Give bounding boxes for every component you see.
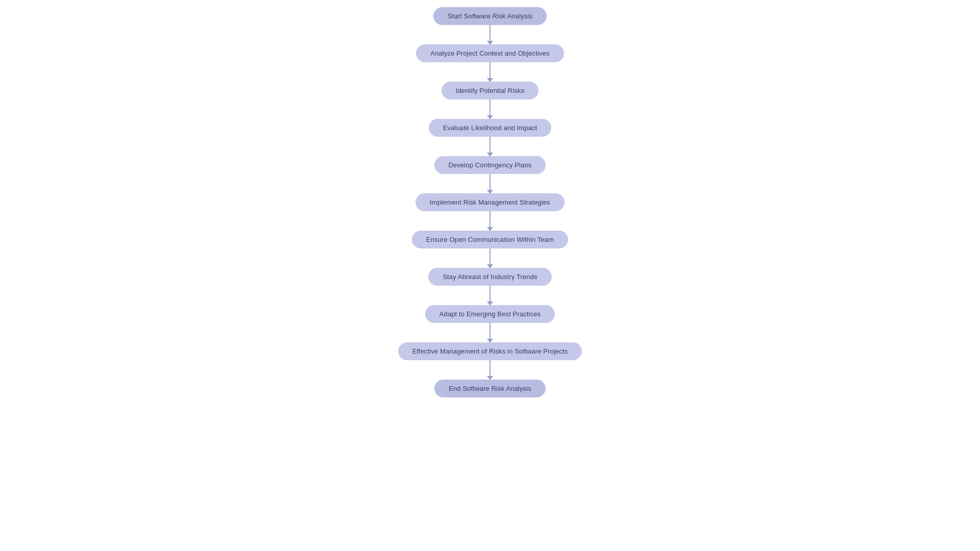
connector-0 — [489, 25, 491, 44]
connector-3 — [489, 137, 491, 156]
connector-2 — [489, 99, 491, 119]
flow-node-adapt: Adapt to Emerging Best Practices — [425, 305, 555, 323]
connector-9 — [489, 360, 491, 380]
connector-4 — [489, 174, 491, 193]
flow-node-effective: Effective Management of Risks in Softwar… — [398, 342, 582, 360]
flow-node-end: End Software Risk Analysis — [434, 380, 546, 397]
flow-node-analyze: Analyze Project Context and Objectives — [416, 44, 564, 62]
connector-1 — [489, 62, 491, 82]
connector-6 — [489, 248, 491, 268]
flow-node-ensure: Ensure Open Communication Within Team — [412, 231, 568, 248]
flow-node-start: Start Software Risk Analysis — [433, 7, 547, 25]
flow-node-develop: Develop Contingency Plans — [434, 156, 546, 174]
connector-7 — [489, 286, 491, 305]
connector-5 — [489, 211, 491, 231]
flow-node-implement: Implement Risk Management Strategies — [415, 193, 565, 211]
connector-8 — [489, 323, 491, 342]
flowchart: Start Software Risk AnalysisAnalyze Proj… — [398, 2, 582, 403]
flow-node-identify: Identify Potential Risks — [442, 82, 539, 99]
flow-node-stay: Stay Abreast of Industry Trends — [428, 268, 551, 286]
flow-node-evaluate: Evaluate Likelihood and Impact — [429, 119, 552, 137]
